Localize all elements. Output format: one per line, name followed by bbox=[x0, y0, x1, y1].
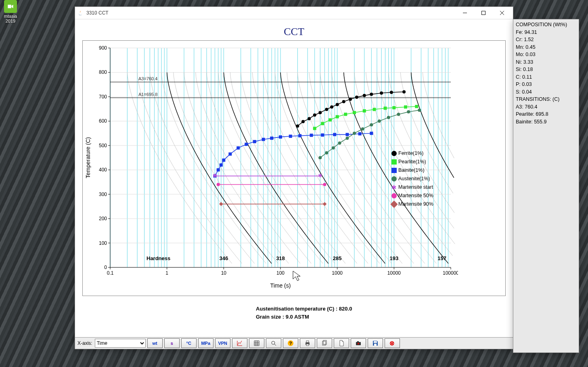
svg-rect-89 bbox=[344, 113, 347, 116]
svg-rect-190 bbox=[374, 341, 377, 343]
close-button[interactable] bbox=[493, 7, 511, 19]
svg-point-120 bbox=[345, 137, 349, 140]
svg-point-119 bbox=[338, 142, 341, 145]
svg-text:193: 193 bbox=[389, 255, 398, 261]
maximize-button[interactable] bbox=[474, 7, 493, 19]
svg-point-124 bbox=[378, 119, 381, 123]
btn-help-icon[interactable]: ? bbox=[283, 338, 298, 348]
btn-save-icon[interactable] bbox=[368, 338, 383, 348]
svg-rect-110 bbox=[310, 133, 313, 137]
composition-row: Fe: 94.31 bbox=[516, 29, 576, 36]
svg-point-121 bbox=[353, 132, 356, 135]
chart-legend: Ferrite(1%)Pearlite(1%)Bainite(1%)Austen… bbox=[391, 149, 433, 209]
svg-rect-90 bbox=[353, 111, 356, 114]
svg-rect-134 bbox=[323, 202, 327, 206]
svg-rect-87 bbox=[329, 118, 332, 121]
desktop-shortcut-label: mtasia bbox=[2, 14, 19, 19]
btn-print-icon[interactable] bbox=[300, 338, 315, 348]
btn-copy-icon[interactable] bbox=[317, 338, 332, 348]
svg-rect-109 bbox=[298, 134, 301, 138]
svg-rect-101 bbox=[228, 152, 232, 156]
camtasia-icon bbox=[4, 0, 17, 13]
svg-point-72 bbox=[313, 113, 316, 117]
svg-rect-103 bbox=[245, 143, 248, 146]
svg-point-69 bbox=[296, 124, 299, 127]
btn-s[interactable]: s bbox=[164, 338, 180, 348]
legend-swatch bbox=[391, 176, 397, 181]
svg-rect-111 bbox=[321, 133, 324, 137]
composition-row: Ni: 3.33 bbox=[516, 58, 576, 66]
window-title: 3310 CCT bbox=[86, 10, 109, 16]
composition-panel: COMPOSITION (Wt%) Fe: 94.31Cr: 1.52Mn: 0… bbox=[513, 19, 579, 353]
legend-swatch bbox=[390, 200, 398, 208]
svg-point-78 bbox=[349, 98, 352, 101]
transition-row: A3: 760.4 bbox=[516, 103, 576, 111]
svg-point-76 bbox=[336, 103, 339, 106]
svg-rect-95 bbox=[404, 105, 407, 108]
svg-point-127 bbox=[407, 110, 410, 113]
xaxis-select[interactable]: Time bbox=[95, 339, 146, 348]
svg-rect-112 bbox=[333, 133, 336, 136]
svg-point-118 bbox=[332, 146, 335, 150]
svg-text:318: 318 bbox=[276, 255, 285, 261]
svg-text:A1=695.8: A1=695.8 bbox=[138, 92, 157, 97]
btn-grid-icon[interactable] bbox=[249, 338, 264, 348]
svg-point-77 bbox=[342, 100, 345, 103]
legend-label: Bainite(1%) bbox=[398, 166, 425, 175]
btn-mpa[interactable]: MPa bbox=[198, 338, 213, 348]
caption-grain-size: Grain size : 9.0 ASTM bbox=[256, 313, 513, 321]
svg-rect-108 bbox=[289, 135, 292, 138]
legend-label: Martensite 90% bbox=[398, 200, 433, 209]
btn-zoom-icon[interactable] bbox=[266, 338, 281, 348]
legend-swatch bbox=[391, 151, 397, 156]
svg-point-82 bbox=[380, 92, 383, 95]
legend-label: Martensite 50% bbox=[398, 192, 433, 200]
minimize-button[interactable] bbox=[456, 7, 474, 19]
svg-text:1: 1 bbox=[165, 270, 168, 276]
svg-point-83 bbox=[390, 91, 393, 94]
svg-text:900: 900 bbox=[99, 45, 107, 51]
svg-text:800: 800 bbox=[99, 69, 107, 75]
java-icon bbox=[77, 9, 84, 17]
composition-row: Si: 0.18 bbox=[516, 66, 576, 73]
composition-row: Cr: 1.52 bbox=[516, 36, 576, 44]
svg-point-71 bbox=[308, 117, 311, 120]
svg-text:A3=760.4: A3=760.4 bbox=[138, 76, 157, 81]
svg-point-73 bbox=[318, 111, 322, 114]
legend-swatch bbox=[391, 168, 397, 173]
svg-rect-191 bbox=[374, 344, 377, 346]
legend-label: Austenite(1%) bbox=[398, 175, 430, 183]
btn-degc[interactable]: °C bbox=[181, 338, 197, 348]
statusbar: X-axis: Time wt s °C MPa VPN ? ⊗ bbox=[75, 337, 513, 349]
titlebar[interactable]: 3310 CCT bbox=[75, 7, 513, 19]
svg-text:✱: ✱ bbox=[318, 173, 322, 179]
svg-text:600: 600 bbox=[99, 118, 107, 124]
composition-row: C: 0.11 bbox=[516, 73, 576, 81]
svg-text:Hardness: Hardness bbox=[146, 255, 170, 261]
svg-point-128 bbox=[418, 108, 421, 112]
legend-swatch: ✱ bbox=[391, 185, 397, 190]
svg-point-79 bbox=[355, 96, 358, 99]
chart-area[interactable]: A3=760.4A1=695.8✱✱0100200300400500600700… bbox=[82, 40, 506, 296]
svg-text:1000: 1000 bbox=[332, 270, 343, 276]
btn-doc-icon[interactable] bbox=[334, 338, 349, 348]
svg-rect-100 bbox=[222, 158, 225, 162]
svg-point-81 bbox=[370, 93, 373, 96]
btn-chart-icon[interactable] bbox=[232, 338, 247, 348]
caption-austenitisation: Austenitisation temperature (C) : 820.0 bbox=[256, 305, 513, 313]
legend-swatch bbox=[391, 159, 397, 165]
btn-vpn[interactable]: VPN bbox=[215, 338, 230, 348]
composition-row: Mn: 0.45 bbox=[516, 44, 576, 51]
btn-close-icon[interactable]: ⊗ bbox=[385, 338, 400, 348]
btn-camera-icon[interactable] bbox=[351, 338, 366, 348]
svg-rect-104 bbox=[253, 140, 256, 143]
svg-text:300: 300 bbox=[99, 192, 107, 197]
transition-row: Bainite: 555.9 bbox=[516, 118, 576, 126]
composition-row: P: 0.03 bbox=[516, 81, 576, 88]
svg-rect-92 bbox=[373, 108, 376, 111]
composition-row: S: 0.04 bbox=[516, 88, 576, 96]
btn-wt[interactable]: wt bbox=[147, 338, 163, 348]
svg-rect-98 bbox=[217, 168, 220, 171]
svg-rect-102 bbox=[236, 146, 240, 150]
desktop-shortcut-camtasia[interactable]: mtasia 2019 bbox=[2, 0, 19, 23]
